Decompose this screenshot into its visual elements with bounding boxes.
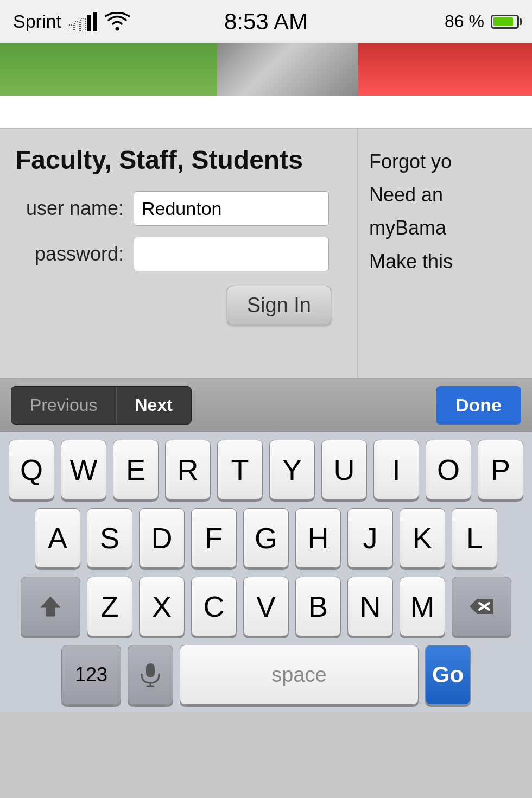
status-right: 86 % [445, 11, 519, 31]
keyboard-row-2: A S D F G H J K L [4, 508, 528, 568]
key-q[interactable]: Q [9, 440, 54, 499]
keyboard-bottom-row: 123 space Go [4, 645, 528, 712]
keyboard-row-1: Q W E R T Y U I O P [4, 440, 528, 499]
signin-button[interactable]: Sign In [227, 286, 331, 325]
key-p[interactable]: P [478, 440, 523, 499]
key-d[interactable]: D [139, 508, 185, 568]
prev-next-group: Previous Next [11, 386, 192, 425]
shift-key[interactable] [21, 577, 80, 636]
key-i[interactable]: I [373, 440, 419, 499]
right-line-1: Forgot yo [369, 145, 521, 178]
key-f[interactable]: F [191, 508, 237, 568]
password-input[interactable] [134, 237, 329, 271]
right-line-4: Make this [369, 245, 521, 278]
key-g[interactable]: G [243, 508, 289, 568]
battery-fill [493, 17, 513, 26]
clock: 8:53 AM [224, 9, 308, 35]
key-b[interactable]: B [295, 577, 341, 636]
key-h[interactable]: H [295, 508, 341, 568]
key-x[interactable]: X [139, 577, 185, 636]
key-t[interactable]: T [217, 440, 263, 499]
backspace-key[interactable] [452, 577, 511, 636]
top-banner-image [0, 43, 532, 96]
login-section: Faculty, Staff, Students user name: pass… [0, 128, 532, 378]
login-right-panel: Forgot yo Need an myBama Make this [358, 129, 532, 378]
banner-center [217, 43, 358, 96]
key-k[interactable]: K [400, 508, 445, 568]
mic-key[interactable] [128, 645, 173, 705]
key-a[interactable]: A [35, 508, 80, 568]
right-line-2: Need an [369, 178, 521, 211]
done-button[interactable]: Done [436, 386, 521, 425]
status-left: Sprint [13, 11, 130, 32]
signin-row: Sign In [15, 286, 331, 325]
keyboard-row-3: Z X C V B N M [4, 577, 528, 636]
battery-percent: 86 % [445, 11, 484, 31]
banner-left [0, 43, 217, 96]
login-form: Faculty, Staff, Students user name: pass… [0, 129, 358, 378]
key-w[interactable]: W [61, 440, 106, 499]
key-z[interactable]: Z [87, 577, 132, 636]
key-e[interactable]: E [113, 440, 159, 499]
go-key[interactable]: Go [425, 645, 471, 705]
login-right-text: Forgot yo Need an myBama Make this [369, 145, 521, 278]
key-c[interactable]: C [191, 577, 237, 636]
svg-rect-3 [87, 15, 91, 31]
key-u[interactable]: U [321, 440, 367, 499]
key-j[interactable]: J [347, 508, 393, 568]
battery-icon [491, 15, 519, 29]
key-y[interactable]: Y [269, 440, 315, 499]
svg-point-5 [115, 27, 119, 30]
status-bar: Sprint 8:53 AM 86 % [0, 0, 532, 43]
spacer [0, 96, 532, 128]
keyboard-toolbar: Previous Next Done [0, 378, 532, 432]
username-input[interactable] [134, 191, 329, 226]
space-key[interactable]: space [180, 645, 419, 705]
numbers-key[interactable]: 123 [61, 645, 121, 705]
key-v[interactable]: V [243, 577, 289, 636]
svg-rect-9 [146, 663, 155, 677]
previous-button[interactable]: Previous [11, 387, 117, 424]
keyboard: Q W E R T Y U I O P A S D F G H J K L Z … [0, 432, 532, 712]
username-label: user name: [15, 197, 124, 220]
next-button[interactable]: Next [117, 387, 191, 424]
key-l[interactable]: L [452, 508, 497, 568]
svg-marker-6 [41, 597, 60, 616]
username-row: user name: [15, 191, 342, 226]
key-m[interactable]: M [400, 577, 445, 636]
password-label: password: [15, 243, 124, 265]
login-title: Faculty, Staff, Students [15, 145, 342, 175]
carrier-label: Sprint [13, 11, 61, 32]
banner-right [358, 43, 532, 96]
svg-rect-1 [75, 22, 79, 31]
key-o[interactable]: O [426, 440, 471, 499]
signal-indicator [69, 12, 97, 31]
key-s[interactable]: S [87, 508, 132, 568]
wifi-icon [105, 12, 130, 31]
key-n[interactable]: N [347, 577, 393, 636]
svg-rect-0 [69, 25, 73, 31]
right-line-3: myBama [369, 211, 521, 244]
svg-rect-2 [81, 18, 85, 31]
svg-rect-4 [93, 12, 97, 31]
password-row: password: [15, 237, 342, 271]
key-r[interactable]: R [165, 440, 211, 499]
